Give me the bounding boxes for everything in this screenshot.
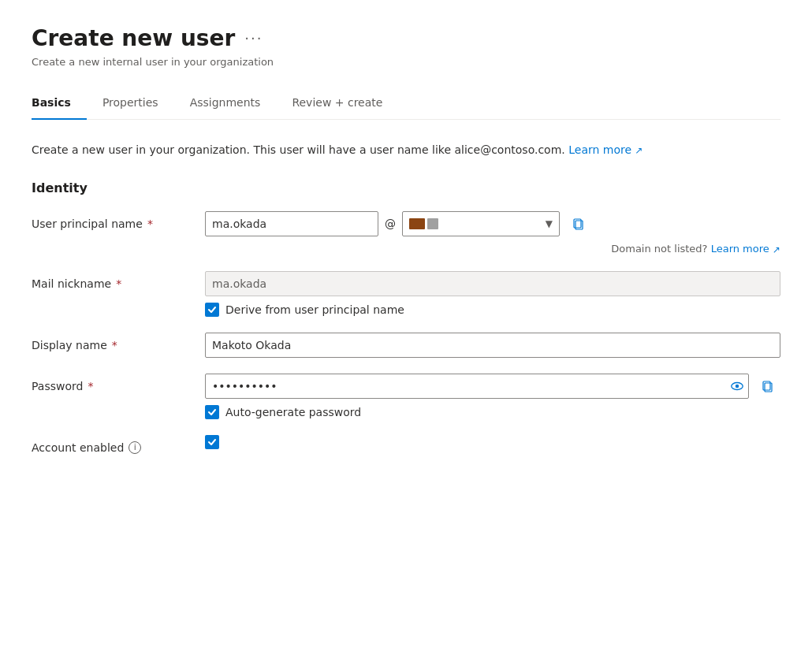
password-row: Password *: [32, 374, 780, 419]
svg-point-3: [736, 384, 739, 388]
account-enabled-checkbox[interactable]: [205, 435, 219, 449]
page-subtitle: Create a new internal user in your organ…: [32, 56, 780, 68]
password-input-wrap: [205, 374, 749, 399]
eye-icon: [730, 379, 744, 393]
derive-checkbox[interactable]: [205, 303, 219, 317]
password-required-star: *: [88, 380, 93, 392]
mail-nickname-label: Mail nickname *: [32, 271, 205, 290]
auto-generate-checkbox-row: Auto-generate password: [205, 405, 780, 419]
upn-input-row: @ ▼: [205, 211, 780, 236]
info-text: Create a new user in your organization. …: [32, 142, 780, 158]
copy-password-icon: [762, 380, 774, 392]
at-sign: @: [385, 218, 396, 230]
chevron-down-icon: ▼: [546, 218, 553, 229]
tab-review-create[interactable]: Review + create: [276, 87, 398, 120]
upn-control-group: @ ▼ Domain not listed? Learn more ↗: [205, 211, 780, 255]
auto-generate-checkbox[interactable]: [205, 405, 219, 419]
page-title: Create new user: [32, 25, 235, 51]
upn-required-star: *: [147, 218, 153, 230]
account-enabled-control-group: [205, 435, 780, 449]
display-name-label: Display name *: [32, 333, 205, 351]
mail-nickname-control-group: Derive from user principal name: [205, 271, 780, 317]
account-enabled-label: Account enabled i: [32, 435, 205, 454]
password-label: Password *: [32, 374, 205, 392]
account-enabled-info-icon[interactable]: i: [129, 441, 141, 454]
tab-navigation: Basics Properties Assignments Review + c…: [32, 87, 780, 120]
password-control-group: Auto-generate password: [205, 374, 780, 419]
domain-dropdown[interactable]: ▼: [402, 211, 560, 236]
display-name-input[interactable]: [205, 333, 780, 358]
derive-checkbox-row: Derive from user principal name: [205, 303, 780, 317]
upn-label: User principal name *: [32, 211, 205, 230]
section-identity-title: Identity: [32, 180, 780, 195]
check-icon: [207, 305, 217, 314]
learn-more-link-main[interactable]: Learn more ↗: [568, 143, 643, 156]
copy-password-button[interactable]: [755, 374, 780, 399]
display-name-required-star: *: [112, 339, 117, 351]
external-link-icon: ↗: [635, 143, 643, 158]
domain-not-listed-text: Domain not listed? Learn more ↗: [205, 243, 780, 255]
mail-nickname-row: Mail nickname * Derive from user princip…: [32, 271, 780, 317]
account-enabled-check-icon: [207, 437, 217, 447]
domain-learn-more-link[interactable]: Learn more ↗: [711, 243, 780, 255]
display-name-row: Display name *: [32, 333, 780, 358]
derive-label: Derive from user principal name: [225, 303, 404, 316]
more-options-button[interactable]: ···: [244, 30, 263, 46]
auto-generate-label: Auto-generate password: [225, 406, 361, 418]
mail-nickname-required-star: *: [116, 277, 121, 290]
upn-row: User principal name * @ ▼ Domain not lis: [32, 211, 780, 255]
show-password-button[interactable]: [730, 379, 744, 393]
copy-icon: [572, 218, 585, 230]
display-name-control-group: [205, 333, 780, 358]
tab-basics[interactable]: Basics: [32, 87, 87, 120]
page-header: Create new user ··· Create a new interna…: [32, 25, 780, 68]
password-input-row: [205, 374, 780, 399]
password-input[interactable]: [205, 374, 749, 399]
mail-nickname-input[interactable]: [205, 271, 780, 296]
color-block-gray: [427, 218, 438, 229]
color-block-brown: [409, 218, 425, 229]
account-enabled-row: Account enabled i: [32, 435, 780, 454]
upn-input[interactable]: [205, 211, 378, 236]
tab-assignments[interactable]: Assignments: [174, 87, 277, 120]
tab-properties[interactable]: Properties: [87, 87, 174, 120]
domain-external-link-icon: ↗: [773, 244, 780, 255]
domain-color-indicator: [409, 218, 438, 229]
auto-generate-check-icon: [207, 407, 217, 417]
copy-upn-button[interactable]: [566, 211, 591, 236]
